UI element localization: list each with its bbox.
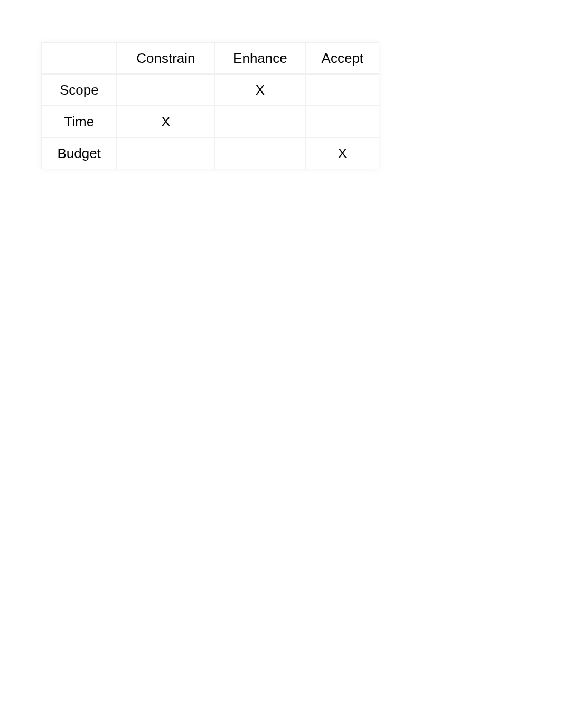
cell-budget-constrain <box>117 137 214 169</box>
table-row: Time X <box>41 106 379 137</box>
row-header-scope: Scope <box>41 74 117 106</box>
matrix-table: Constrain Enhance Accept Scope X Time X … <box>41 42 379 169</box>
column-header-constrain: Constrain <box>117 42 214 74</box>
table-header-row: Constrain Enhance Accept <box>41 42 379 74</box>
column-header-accept: Accept <box>306 42 379 74</box>
priority-matrix-table: Constrain Enhance Accept Scope X Time X … <box>41 42 379 169</box>
cell-time-constrain: X <box>117 106 214 137</box>
column-header-enhance: Enhance <box>214 42 305 74</box>
table-row: Scope X <box>41 74 379 106</box>
row-header-budget: Budget <box>41 137 117 169</box>
cell-scope-constrain <box>117 74 214 106</box>
cell-budget-accept: X <box>306 137 379 169</box>
table-corner-cell <box>41 42 117 74</box>
cell-time-accept <box>306 106 379 137</box>
cell-time-enhance <box>214 106 305 137</box>
cell-scope-accept <box>306 74 379 106</box>
cell-scope-enhance: X <box>214 74 305 106</box>
table-row: Budget X <box>41 137 379 169</box>
cell-budget-enhance <box>214 137 305 169</box>
row-header-time: Time <box>41 106 117 137</box>
